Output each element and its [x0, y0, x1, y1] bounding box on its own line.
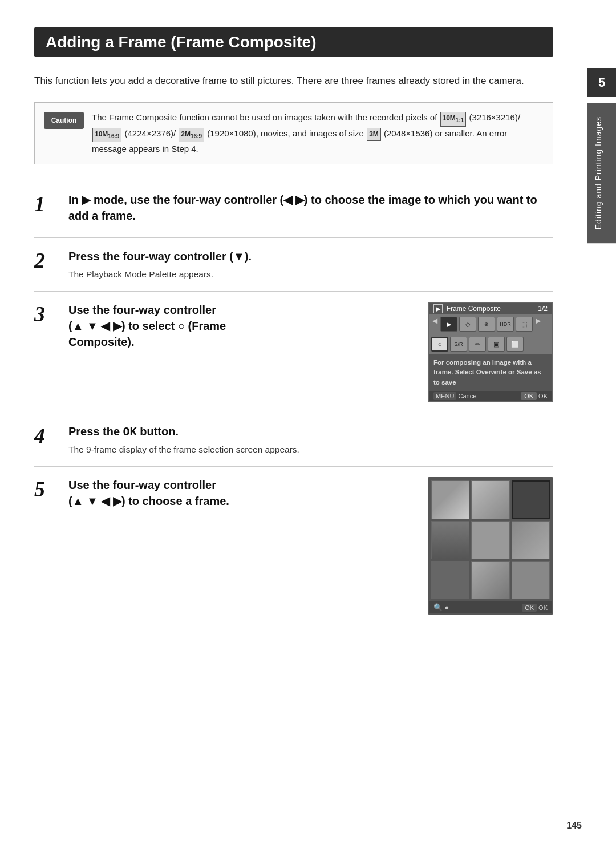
page-container: Adding a Frame (Frame Composite) This fu…: [0, 0, 587, 848]
step-4-content: Press the OK button. The 9-frame display…: [68, 423, 553, 456]
step-3-with-image: Use the four-way controller (▲ ▼ ◀ ▶) to…: [68, 302, 553, 402]
step-5: 5 Use the four-way controller (▲ ▼ ◀ ▶) …: [34, 467, 553, 625]
step-5-with-image: Use the four-way controller (▲ ▼ ◀ ▶) to…: [68, 477, 553, 615]
frame-grid-container: 🔍 ● OK OK: [428, 477, 553, 615]
square-icon: ⬜: [506, 337, 524, 352]
to-select-text: to select: [128, 320, 175, 332]
step-2-number: 2: [34, 248, 63, 271]
ok-btn: OK OK: [521, 393, 548, 399]
step-5-number: 5: [34, 477, 63, 500]
step-3-content: Use the four-way controller (▲ ▼ ◀ ▶) to…: [68, 302, 553, 402]
step-5-title: Use the four-way controller (▲ ▼ ◀ ▶) to…: [68, 477, 416, 509]
screen-header-left: ▶ Frame Composite: [433, 305, 501, 313]
side-tab: Editing and Printing Images: [587, 103, 616, 243]
grid-ok-label: OK: [538, 604, 548, 611]
step-1-title: In ▶ mode, use the four-way controller (…: [68, 192, 553, 224]
caution-icon: Caution: [44, 112, 84, 129]
frame-cell-8: [471, 561, 509, 599]
chapter-number: 5: [598, 75, 605, 90]
frame-grid-footer: 🔍 ● OK OK: [429, 601, 552, 613]
camera-screen-header: ▶ Frame Composite 1/2: [429, 303, 552, 314]
camera-screen-icons-row2: ○ S/R ✏ ▣ ⬜: [429, 334, 552, 354]
ok-label: OK: [521, 392, 537, 400]
step-5-content: Use the four-way controller (▲ ▼ ◀ ▶) to…: [68, 477, 553, 615]
page-number-text: 145: [566, 821, 582, 830]
step-3-title: Use the four-way controller (▲ ▼ ◀ ▶) to…: [68, 302, 416, 350]
side-tab-text: Editing and Printing Images: [594, 116, 603, 229]
pixel-badge-1: 10M1:1: [440, 112, 467, 126]
frame-cell-1: [431, 480, 469, 519]
step-5-text-block: Use the four-way controller (▲ ▼ ◀ ▶) to…: [68, 477, 416, 512]
step-3: 3 Use the four-way controller (▲ ▼ ◀ ▶) …: [34, 292, 553, 413]
step-1-content: In ▶ mode, use the four-way controller (…: [68, 192, 553, 227]
caution-text: The Frame Composite function cannot be u…: [92, 111, 544, 156]
step-2: 2 Press the four-way controller (▼). The…: [34, 238, 553, 292]
page-number: 145: [566, 821, 582, 831]
step-4-title: Press the OK button.: [68, 423, 553, 439]
step-4: 4 Press the OK button. The 9-frame displ…: [34, 413, 553, 467]
grid-ok-btn: OK: [522, 604, 537, 612]
pixel-badge-3: 2M16:9: [179, 128, 204, 142]
caution-box: Caution The Frame Composite function can…: [34, 102, 553, 164]
sr-icon: S/R: [450, 337, 467, 352]
zoom-icons: 🔍 ●: [433, 603, 449, 612]
playback-mode-icon: ▶: [440, 317, 457, 332]
screen-body-text: For composing an image with a frame. Sel…: [433, 359, 541, 386]
hdr-icon: HDR: [497, 317, 514, 332]
edit-icon: ✏: [469, 337, 486, 352]
frame-cell-6: [512, 521, 550, 559]
page-title: Adding a Frame (Frame Composite): [34, 27, 553, 57]
title-text: Adding a Frame (Frame Composite): [46, 33, 317, 51]
menu-label: MENU: [433, 392, 456, 400]
step-3-text-block: Use the four-way controller (▲ ▼ ◀ ▶) to…: [68, 302, 416, 353]
frame-cell-4: [431, 521, 469, 559]
caution-label: Caution: [51, 116, 77, 124]
frame-composite-icon: ○: [431, 337, 448, 352]
menu-cancel-btn: MENU Cancel: [433, 393, 478, 399]
intro-text: This function lets you add a decorative …: [34, 75, 524, 86]
left-arrow-icon: ◀: [432, 317, 437, 332]
crop-icon: ⬚: [516, 317, 533, 332]
camera-screen-footer: MENU Cancel OK OK: [429, 391, 552, 401]
grid-ok-text: OK OK: [522, 604, 548, 611]
ok-keyword: OK: [123, 425, 137, 438]
pixel-badge-2: 10M16:9: [92, 128, 121, 142]
steps-container: 1 In ▶ mode, use the four-way controller…: [34, 181, 553, 625]
frame-cell-2: [471, 480, 509, 519]
screen-header-right: 1/2: [538, 305, 548, 313]
right-arrow-icon: ▶: [536, 317, 541, 332]
camera-screen-icons-row1: ◀ ▶ ◇ ⊕ HDR ⬚ ▶: [429, 314, 552, 334]
chapter-badge: 5: [587, 68, 616, 97]
step-4-desc: The 9-frame display of the frame selecti…: [68, 443, 553, 456]
frame-cell-5: [471, 521, 509, 559]
step-2-title: Press the four-way controller (▼).: [68, 248, 553, 264]
frame-cell-9: [512, 561, 550, 599]
pixel-badge-4: 3M: [367, 128, 381, 141]
frame-grid: [429, 478, 552, 601]
camera-screen-body: For composing an image with a frame. Sel…: [429, 354, 552, 391]
frame-cell-3: [512, 480, 550, 519]
step-2-desc: The Playback Mode Palette appears.: [68, 268, 553, 281]
camera-screen-step3: ▶ Frame Composite 1/2 ◀ ▶ ◇ ⊕ HDR: [428, 302, 553, 402]
frame-cell-7: [431, 561, 469, 599]
step-3-number: 3: [34, 302, 63, 325]
intro-paragraph: This function lets you add a decorative …: [34, 73, 553, 88]
filter-icon: ⊕: [478, 317, 495, 332]
step-4-number: 4: [34, 423, 63, 446]
diamond-icon: ◇: [459, 317, 476, 332]
grid-icon: ▣: [488, 337, 505, 352]
step-2-content: Press the four-way controller (▼). The P…: [68, 248, 553, 281]
step-1: 1 In ▶ mode, use the four-way controller…: [34, 181, 553, 238]
step-1-number: 1: [34, 192, 63, 215]
